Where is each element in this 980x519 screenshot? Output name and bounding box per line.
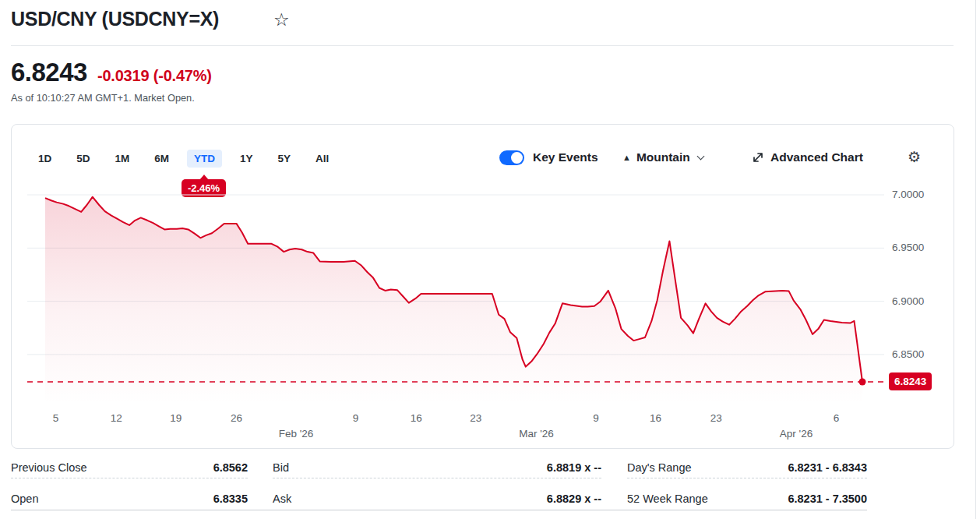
- row-divider-dashed: [627, 478, 867, 478]
- tab-1d[interactable]: 1D: [31, 150, 58, 168]
- tab-5d[interactable]: 5D: [69, 150, 97, 168]
- price-change: -0.0319 (-0.47%): [97, 67, 212, 85]
- current-price: 6.8243: [11, 58, 87, 87]
- gear-icon[interactable]: ⚙: [908, 148, 921, 166]
- tab-all[interactable]: All: [308, 150, 336, 168]
- quote-page: USD/CNY (USDCNY=X) ☆ 6.8243 -0.0319 (-0.…: [0, 0, 980, 519]
- x-axis-day-label: 9: [574, 412, 618, 424]
- stat-cell: 52 Week Range6.8231 - 7.3500: [627, 490, 867, 507]
- stat-cell: Ask6.8829 x --: [273, 490, 601, 507]
- stat-value: 6.8231 - 6.8343: [788, 461, 867, 474]
- toggle-knob: [511, 152, 523, 164]
- page-title: USD/CNY (USDCNY=X): [11, 8, 219, 30]
- stat-label: Open: [11, 493, 38, 505]
- stat-value: 6.8335: [213, 493, 248, 505]
- price-row: 6.8243 -0.0319 (-0.47%): [11, 58, 212, 87]
- x-axis-day-label: 19: [154, 412, 198, 424]
- range-tabs: 1D5D1M6MYTD1Y5YAll: [31, 150, 336, 168]
- x-axis-day-label: 16: [634, 412, 678, 424]
- y-axis-label: 6.9000: [892, 295, 942, 307]
- as-of-status: As of 10:10:27 AM GMT+1. Market Open.: [11, 92, 195, 104]
- stat-label: 52 Week Range: [627, 493, 708, 505]
- x-axis-day-label: 12: [94, 412, 138, 424]
- row-divider-dashed: [273, 478, 601, 478]
- x-axis-day-label: 26: [214, 412, 258, 424]
- stat-label: Ask: [273, 493, 291, 505]
- row-divider-solid: [11, 510, 867, 510]
- stat-cell: Bid6.8819 x --: [273, 459, 601, 476]
- x-axis-day-label: 6: [814, 412, 858, 424]
- x-axis-month-label: Mar '26: [505, 428, 567, 440]
- stat-value: 6.8231 - 7.3500: [788, 493, 867, 505]
- mountain-icon: ▲: [622, 153, 631, 162]
- chart-type-dropdown[interactable]: ▲ Mountain: [622, 148, 703, 167]
- x-axis-day-label: 5: [34, 412, 78, 424]
- tab-6m[interactable]: 6M: [147, 150, 176, 168]
- row-divider-dashed: [11, 478, 248, 478]
- chevron-down-icon: [696, 152, 704, 160]
- stat-label: Bid: [273, 461, 289, 474]
- stat-value: 6.8819 x --: [547, 461, 601, 474]
- x-axis-day-label: 16: [394, 412, 438, 424]
- chart-svg: [27, 184, 884, 407]
- stat-label: Day's Range: [627, 461, 692, 474]
- stat-value: 6.8562: [213, 461, 248, 474]
- price-chart[interactable]: [27, 184, 884, 407]
- x-axis-month-label: Feb '26: [265, 428, 327, 440]
- key-events-label: Key Events: [533, 150, 598, 164]
- page-right-divider: [975, 0, 976, 519]
- stat-value: 6.8829 x --: [547, 493, 601, 505]
- x-axis-day-label: 23: [454, 412, 498, 424]
- advanced-chart-label: Advanced Chart: [770, 150, 863, 164]
- tab-ytd[interactable]: YTD: [187, 150, 222, 168]
- advanced-chart-button[interactable]: Advanced Chart: [752, 148, 863, 167]
- x-axis-month-label: Apr '26: [765, 428, 827, 440]
- stat-label: Previous Close: [11, 461, 87, 474]
- y-axis-label: 6.9500: [892, 242, 942, 253]
- x-axis-day-label: 9: [334, 412, 378, 424]
- current-price-badge: 6.8243: [889, 372, 932, 390]
- y-axis-label: 7.0000: [892, 189, 942, 200]
- y-axis-label: 6.8500: [892, 348, 942, 360]
- stat-cell: Previous Close6.8562: [11, 459, 248, 476]
- last-price-dot: [859, 379, 866, 386]
- key-events-toggle[interactable]: [499, 150, 524, 165]
- tab-5y[interactable]: 5Y: [271, 150, 298, 168]
- stat-cell: Open6.8335: [11, 490, 248, 507]
- chart-type-label: Mountain: [636, 150, 690, 164]
- stat-cell: Day's Range6.8231 - 6.8343: [627, 459, 867, 476]
- key-events-group: Key Events: [499, 148, 598, 167]
- tab-1m[interactable]: 1M: [108, 150, 137, 168]
- tab-1y[interactable]: 1Y: [233, 150, 260, 168]
- star-follow-icon[interactable]: ☆: [273, 9, 290, 30]
- header-divider: [11, 45, 954, 46]
- expand-diagonal-icon: [752, 151, 764, 164]
- x-axis-day-label: 23: [694, 412, 738, 424]
